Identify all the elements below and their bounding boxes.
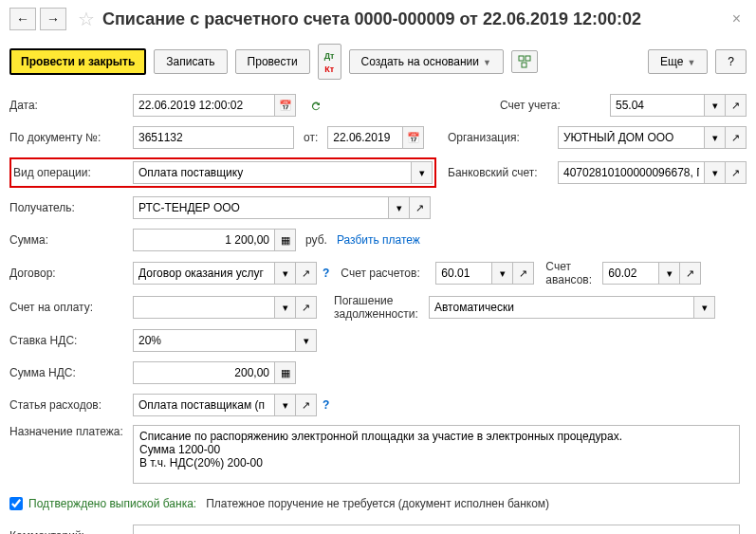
comment-label: Комментарий:	[9, 529, 133, 534]
rub-label: руб.	[305, 233, 327, 247]
amount-label: Сумма:	[9, 233, 133, 247]
dropdown-icon[interactable]: ▾	[694, 296, 715, 319]
optype-label: Вид операции:	[13, 166, 133, 179]
dropdown-icon[interactable]: ▾	[275, 394, 296, 416]
date-label: Дата:	[9, 99, 133, 112]
favorite-icon[interactable]: ☆	[78, 8, 95, 30]
calendar-icon[interactable]: 📅	[403, 126, 424, 149]
confirmed-checkbox[interactable]	[9, 497, 23, 510]
invoice-label: Счет на оплату:	[9, 301, 133, 314]
dropdown-icon[interactable]: ▾	[705, 94, 726, 117]
bankacc-label: Банковский счет:	[448, 166, 558, 179]
open-icon[interactable]: ↗	[296, 262, 317, 285]
org-label: Организация:	[448, 131, 558, 144]
docnum-input[interactable]	[133, 126, 294, 149]
open-icon[interactable]: ↗	[726, 94, 747, 117]
dropdown-icon[interactable]: ▾	[705, 126, 726, 149]
back-button[interactable]: ←	[9, 8, 36, 30]
docdate-input[interactable]	[327, 126, 403, 149]
expense-label: Статья расходов:	[9, 398, 133, 412]
purpose-label: Назначение платежа:	[9, 425, 133, 438]
open-icon[interactable]: ↗	[726, 126, 747, 149]
post-button[interactable]: Провести	[235, 49, 310, 74]
svg-rect-1	[526, 56, 530, 61]
debt-label: Погашение задолженности:	[334, 294, 429, 321]
open-icon[interactable]: ↗	[296, 394, 317, 416]
advanceacc-input[interactable]	[602, 262, 659, 285]
debt-input[interactable]	[429, 296, 694, 319]
dropdown-icon[interactable]: ▾	[705, 161, 726, 184]
contract-label: Договор:	[9, 267, 133, 280]
expense-input[interactable]	[133, 394, 275, 416]
vatamount-input[interactable]	[133, 361, 275, 384]
more-button[interactable]: Еще▼	[648, 49, 708, 74]
forward-button[interactable]: →	[40, 8, 66, 30]
calendar-icon[interactable]: 📅	[275, 94, 296, 117]
invoice-input[interactable]	[133, 296, 275, 319]
svg-rect-2	[522, 63, 526, 67]
help-icon[interactable]: ?	[323, 267, 329, 280]
dropdown-icon[interactable]: ▾	[659, 262, 680, 285]
dropdown-icon[interactable]: ▾	[275, 262, 296, 285]
contract-input[interactable]	[133, 262, 275, 285]
amount-input[interactable]	[133, 229, 275, 251]
help-button[interactable]: ?	[715, 49, 747, 74]
save-button[interactable]: Записать	[154, 49, 227, 74]
structure-button[interactable]	[511, 50, 538, 73]
optype-input[interactable]	[133, 161, 412, 184]
dropdown-icon[interactable]: ▾	[275, 296, 296, 319]
recipient-input[interactable]	[133, 196, 389, 219]
vatamount-label: Сумма НДС:	[9, 366, 133, 379]
dtkm-button[interactable]: ДтКт	[318, 44, 341, 80]
settleacc-label: Счет расчетов:	[341, 267, 435, 280]
open-icon[interactable]: ↗	[296, 296, 317, 319]
calc-icon[interactable]: ▦	[275, 229, 296, 251]
dropdown-icon[interactable]: ▾	[389, 196, 410, 219]
help-icon[interactable]: ?	[323, 398, 329, 412]
calc-icon[interactable]: ▦	[275, 361, 296, 384]
bankacc-input[interactable]	[558, 161, 705, 184]
split-payment-link[interactable]: Разбить платеж	[337, 233, 420, 247]
recipient-label: Получатель:	[9, 201, 133, 214]
comment-input[interactable]	[133, 525, 740, 534]
date-input[interactable]	[133, 94, 275, 117]
payment-order-text: Платежное поручение не требуется (докуме…	[206, 497, 549, 510]
refresh-icon[interactable]	[304, 95, 328, 116]
create-based-button[interactable]: Создать на основании▼	[349, 49, 504, 74]
close-icon[interactable]: ×	[727, 10, 747, 28]
advanceacc-label: Счет авансов:	[545, 260, 602, 286]
settleacc-input[interactable]	[435, 262, 492, 285]
dropdown-icon[interactable]: ▾	[412, 161, 433, 184]
vatrate-input[interactable]	[133, 329, 296, 352]
page-title: Списание с расчетного счета 0000-000009 …	[102, 9, 727, 29]
confirmed-label: Подтверждено выпиской банка:	[28, 497, 196, 510]
dropdown-icon[interactable]: ▾	[296, 329, 317, 352]
account-input[interactable]	[610, 94, 705, 117]
open-icon[interactable]: ↗	[680, 262, 701, 285]
org-input[interactable]	[558, 126, 705, 149]
open-icon[interactable]: ↗	[410, 196, 431, 219]
dropdown-icon[interactable]: ▾	[492, 262, 513, 285]
post-close-button[interactable]: Провести и закрыть	[9, 48, 146, 75]
open-icon[interactable]: ↗	[726, 161, 747, 184]
account-label: Счет учета:	[500, 99, 610, 112]
vatrate-label: Ставка НДС:	[9, 334, 133, 347]
from-label: от:	[304, 131, 318, 144]
open-icon[interactable]: ↗	[513, 262, 534, 285]
docnum-label: По документу №:	[9, 131, 133, 144]
svg-rect-0	[519, 56, 524, 61]
purpose-textarea[interactable]	[133, 425, 740, 484]
